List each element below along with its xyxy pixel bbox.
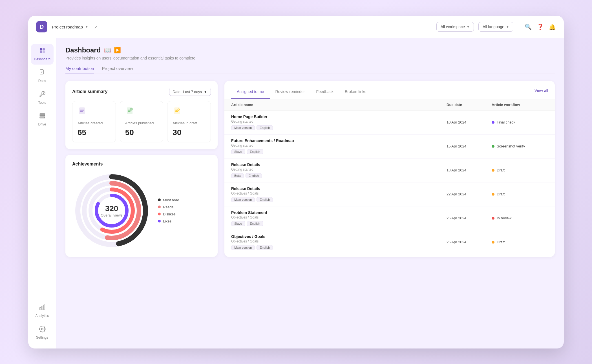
play-icon[interactable]: ▶️ (114, 47, 121, 54)
tab-my-contribution[interactable]: My contribution (65, 66, 94, 74)
workflow-dot (492, 241, 494, 244)
table-row: Release Details Getting started BetaEngl… (224, 158, 555, 182)
date-label: Date: (173, 90, 182, 94)
articles-draft-icon (173, 106, 206, 117)
article-name: Problem Statement (231, 210, 447, 215)
topbar: D Project roadmap ▼ ↗ All workspace ▼ Al… (28, 16, 564, 38)
panel-tab-feedback[interactable]: Feedback (311, 87, 339, 99)
tag: Main version (231, 125, 255, 130)
workflow-label: Draft (497, 192, 505, 196)
article-summary-title: Article summary (72, 89, 107, 94)
table-row: Release Details Objectives / Goals Main … (224, 182, 555, 206)
svg-point-12 (44, 116, 45, 116)
reads-label: Reads (163, 205, 174, 209)
sidebar-item-dashboard[interactable]: Dashboard (31, 44, 54, 65)
reads-dot (158, 206, 161, 208)
sidebar-item-analytics[interactable]: Analytics (31, 301, 54, 321)
article-info: Objectives / Goals Objectives / Goals Ma… (231, 234, 447, 250)
svg-rect-2 (40, 51, 42, 53)
chart-legend: Most read Reads Dislikes (158, 198, 179, 223)
content-area: Dashboard 📖 ▶️ Provides insights on user… (56, 38, 564, 348)
article-name: Release Details (231, 186, 447, 191)
tag: English (246, 173, 262, 178)
right-panel-header: Assigned to me Review reminder Feedback … (224, 81, 555, 99)
workflow: Final check (492, 120, 548, 124)
due-date: 26 Apr 2024 (447, 216, 492, 220)
dashboard-icon (39, 47, 46, 56)
panel-tab-assigned[interactable]: Assigned to me (231, 87, 270, 99)
th-article-workflow: Article workflow (492, 103, 548, 107)
legend-most-read: Most read (158, 198, 179, 202)
workflow-label: In review (497, 216, 511, 220)
articles-published-icon (125, 106, 158, 117)
project-name-button[interactable]: Project roadmap ▼ (52, 25, 88, 29)
svg-point-11 (44, 114, 45, 114)
article-summary-card: Article summary Date: Last 7 days ▼ (65, 81, 218, 149)
tag: English (247, 221, 263, 226)
workflow-dot (492, 193, 494, 196)
sidebar-item-tools[interactable]: Tools (31, 87, 54, 108)
article-info: Future Enhancements / Roadmap Getting st… (231, 138, 447, 154)
article-category: Getting started (231, 167, 447, 171)
overall-views-label: Overall views (101, 213, 122, 217)
help-icon[interactable]: ❓ (537, 23, 544, 30)
workspace-filter-button[interactable]: All workspace ▼ (436, 22, 474, 32)
view-all-button[interactable]: View all (534, 88, 548, 97)
topbar-icons: 🔍 ❓ 🔔 (525, 23, 556, 30)
workflow-label: Final check (497, 120, 515, 124)
stat-articles-published: Articles published 50 (120, 101, 164, 142)
article-name: Future Enhancements / Roadmap (231, 138, 447, 143)
article-category: Objectives / Goals (231, 239, 447, 243)
article-table: Article name Due date Article workflow H… (224, 99, 555, 257)
workflow-label: Screenshot verify (497, 144, 525, 148)
book-icon[interactable]: 📖 (104, 47, 111, 54)
legend-reads: Reads (158, 205, 179, 209)
due-date: 22 Apr 2024 (447, 192, 492, 196)
language-filter-button[interactable]: All language ▼ (478, 22, 513, 32)
panel-tab-review[interactable]: Review reminder (270, 87, 311, 99)
donut-center: 320 Overall views (101, 204, 122, 217)
sidebar-item-settings[interactable]: Settings (31, 322, 54, 343)
most-read-label: Most read (163, 198, 179, 202)
two-column-layout: Article summary Date: Last 7 days ▼ (65, 81, 555, 257)
language-filter-arrow: ▼ (506, 25, 509, 28)
sidebar-item-drive[interactable]: Drive (31, 109, 54, 130)
donut-chart: 320 Overall views (72, 171, 151, 250)
workflow-dot (492, 217, 494, 220)
tag: English (247, 149, 263, 154)
tab-project-overview[interactable]: Project overview (102, 66, 133, 74)
settings-icon (39, 326, 46, 334)
svg-rect-15 (42, 306, 43, 310)
page-header: Dashboard 📖 ▶️ (65, 46, 555, 54)
notifications-icon[interactable]: 🔔 (549, 23, 556, 30)
legend-dislikes: Dislikes (158, 212, 179, 216)
tag: Main version (231, 245, 255, 250)
tag: Main version (231, 197, 255, 202)
date-arrow: ▼ (204, 90, 207, 94)
articles-created-label: Articles created (78, 121, 111, 126)
table-body: Home Page Builder Getting started Main v… (224, 111, 555, 254)
stats-grid: Articles created 65 (72, 101, 211, 142)
logo: D (36, 21, 47, 32)
date-filter-button[interactable]: Date: Last 7 days ▼ (169, 88, 211, 96)
tools-icon (39, 91, 46, 99)
app-container: D Project roadmap ▼ ↗ All workspace ▼ Al… (28, 16, 564, 348)
search-icon[interactable]: 🔍 (525, 23, 532, 30)
page-title: Dashboard (65, 46, 101, 54)
sidebar-item-docs[interactable]: Docs (31, 66, 54, 86)
article-category: Getting started (231, 144, 447, 147)
svg-point-17 (41, 328, 43, 330)
panel-tab-broken-links[interactable]: Broken links (339, 87, 372, 99)
article-info: Home Page Builder Getting started Main v… (231, 114, 447, 130)
sidebar: Dashboard Docs (28, 38, 56, 348)
workflow-dot (492, 169, 494, 172)
article-info: Problem Statement Objectives / Goals Sla… (231, 210, 447, 226)
svg-rect-18 (79, 107, 85, 114)
workflow-dot (492, 145, 494, 148)
svg-point-13 (44, 117, 45, 118)
svg-rect-0 (40, 48, 42, 50)
sidebar-analytics-label: Analytics (35, 314, 49, 318)
article-tags: Main versionEnglish (231, 125, 447, 130)
external-link-icon[interactable]: ↗ (94, 24, 98, 30)
likes-label: Likes (163, 219, 171, 223)
